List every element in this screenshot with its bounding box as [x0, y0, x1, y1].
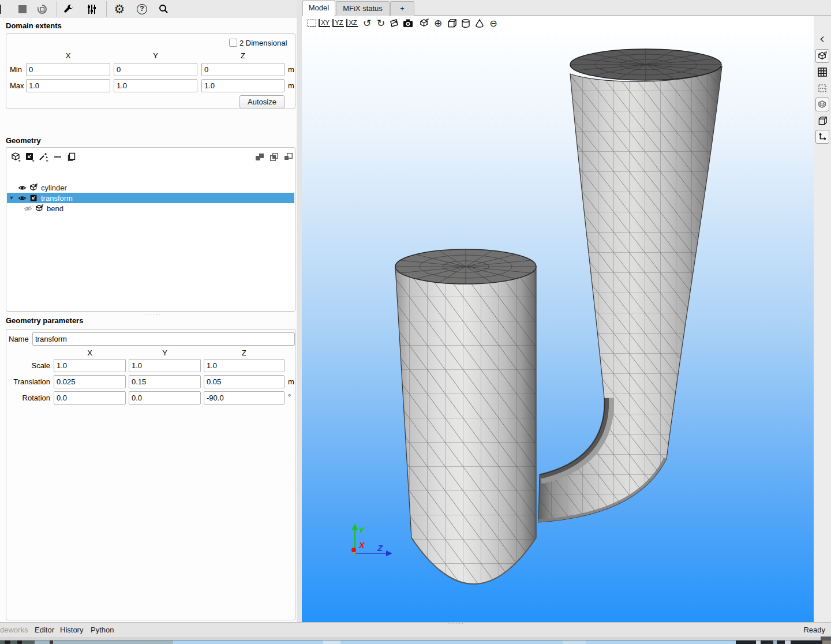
axes-widget-button[interactable]: [815, 130, 829, 144]
main-splitter[interactable]: [297, 0, 302, 622]
box-geometry-icon[interactable]: [446, 17, 458, 29]
visible-eye-icon[interactable]: [16, 184, 28, 192]
boolean-difference-icon[interactable]: [282, 151, 295, 163]
tree-row-transform[interactable]: ▼ transform: [7, 193, 294, 203]
view-xz-icon[interactable]: XZ: [346, 17, 358, 29]
expand-arrow-icon[interactable]: ▼: [7, 195, 16, 201]
scale-x-input[interactable]: [54, 359, 126, 372]
max-z-input[interactable]: [201, 79, 285, 92]
stop-icon[interactable]: [15, 2, 30, 17]
translation-label: Translation: [6, 377, 50, 386]
vtk-toolbar: XY YZ XZ ↺ ↻ ⊕ ⊖: [302, 16, 814, 30]
copy-icon[interactable]: [65, 151, 78, 163]
panel-splitter-handle[interactable]: ······: [144, 311, 162, 317]
reset-icon[interactable]: [35, 2, 50, 17]
name-input[interactable]: [32, 332, 295, 346]
status-tab-history[interactable]: History: [60, 626, 83, 634]
filter-flag-icon: [28, 194, 39, 203]
settings-gear-icon[interactable]: ⚙: [112, 2, 127, 17]
rotate-clockwise-icon[interactable]: ↻: [375, 17, 387, 29]
wireframe-cube-button[interactable]: [815, 114, 829, 128]
cylinder-top-cap: [395, 249, 536, 284]
autosize-button[interactable]: Autosize: [239, 95, 285, 108]
tree-row-bend[interactable]: bend: [7, 203, 294, 214]
status-bar: deworks Editor History Python ······ Rea…: [0, 622, 831, 637]
wrench-icon[interactable]: [61, 2, 76, 17]
translation-y-input[interactable]: [129, 375, 201, 388]
bottom-splitter-handle[interactable]: ······: [447, 620, 465, 626]
view-xy-icon[interactable]: XY: [318, 17, 331, 29]
min-x-input[interactable]: [26, 63, 110, 76]
pause-icon[interactable]: [0, 2, 7, 17]
scale-y-input[interactable]: [129, 359, 201, 372]
rotation-x-input[interactable]: [54, 391, 126, 405]
min-z-input[interactable]: [201, 63, 285, 76]
geometry-cube-button[interactable]: [815, 49, 829, 63]
screenshot-camera-icon[interactable]: [402, 17, 414, 29]
scale-label: Scale: [6, 361, 50, 370]
help-icon[interactable]: ?: [134, 2, 149, 17]
tune-sliders-icon[interactable]: [84, 2, 99, 17]
geometry-visibility-icon[interactable]: [418, 17, 431, 29]
two-dimensional-checkbox[interactable]: [229, 39, 237, 47]
collapse-chevron-icon[interactable]: [815, 32, 829, 46]
viewport-background: [302, 30, 814, 622]
tree-label: transform: [39, 194, 73, 203]
mesh-cube-button[interactable]: [815, 98, 829, 111]
status-tab-nodeworks[interactable]: deworks: [0, 626, 28, 634]
column-z: Z: [201, 51, 285, 60]
main-toolbar: ⚙ ?: [0, 0, 297, 18]
slice-box-button[interactable]: [815, 81, 829, 95]
column-x: X: [54, 349, 126, 357]
funnel-top-cap: [570, 49, 721, 80]
tree-row-cylinder[interactable]: cylinder: [7, 182, 294, 193]
geometry-title: Geometry: [6, 136, 41, 145]
tab-add[interactable]: +: [390, 1, 414, 16]
translation-x-input[interactable]: [54, 375, 126, 388]
geometry-parameters-title: Geometry parameters: [6, 316, 83, 325]
viewport-tabbar: Model MFiX status +: [302, 0, 831, 16]
visibility-menu-icon[interactable]: ⊖: [487, 17, 500, 29]
axis-x-label: X: [358, 540, 365, 550]
min-label: Min: [10, 65, 22, 74]
remove-icon[interactable]: [51, 151, 64, 163]
max-x-input[interactable]: [26, 79, 110, 92]
translation-z-input[interactable]: [204, 375, 285, 388]
geometry-cube-icon: [28, 184, 39, 192]
max-y-input[interactable]: [114, 79, 197, 92]
perspective-icon[interactable]: [388, 17, 400, 29]
rotate-counterclockwise-icon[interactable]: ↺: [361, 17, 373, 29]
tree-label: cylinder: [39, 184, 67, 192]
tab-model[interactable]: Model: [302, 0, 335, 16]
visible-eye-icon[interactable]: [16, 194, 28, 202]
name-label: Name: [9, 335, 29, 343]
status-tab-python[interactable]: Python: [91, 626, 114, 634]
add-geometry-icon[interactable]: [10, 151, 23, 163]
tree-label: bend: [45, 204, 63, 213]
wand-icon[interactable]: [38, 151, 50, 163]
regions-sphere-icon[interactable]: ⊕: [432, 17, 444, 29]
mesh-grid-button[interactable]: [815, 65, 829, 79]
vtk-scene[interactable]: Y X Z: [302, 30, 814, 622]
rotation-y-input[interactable]: [129, 391, 201, 405]
reset-view-icon[interactable]: [305, 17, 318, 29]
scale-z-input[interactable]: [204, 359, 285, 372]
rotation-z-input[interactable]: [204, 391, 285, 405]
boolean-union-icon[interactable]: [253, 151, 266, 163]
search-icon[interactable]: [156, 2, 171, 17]
boolean-intersect-icon[interactable]: [268, 151, 280, 163]
column-z: Z: [204, 349, 285, 357]
min-y-input[interactable]: [114, 63, 197, 76]
cone-geometry-icon[interactable]: [473, 17, 486, 29]
status-tab-editor[interactable]: Editor: [35, 626, 54, 634]
background-window-strip: [0, 641, 831, 644]
geometry-parameters-box: Name X Y Z Scale Translation m Rotation …: [6, 329, 295, 620]
hidden-eye-icon[interactable]: [22, 205, 33, 212]
vtk-viewport[interactable]: Y X Z: [302, 30, 814, 622]
column-y: Y: [129, 349, 201, 357]
window-resize-corner[interactable]: [821, 636, 831, 641]
add-filter-icon[interactable]: [24, 151, 36, 163]
tab-mfix-status[interactable]: MFiX status: [336, 1, 390, 16]
view-yz-icon[interactable]: YZ: [332, 17, 345, 29]
cylinder-geometry-icon[interactable]: [459, 17, 472, 29]
